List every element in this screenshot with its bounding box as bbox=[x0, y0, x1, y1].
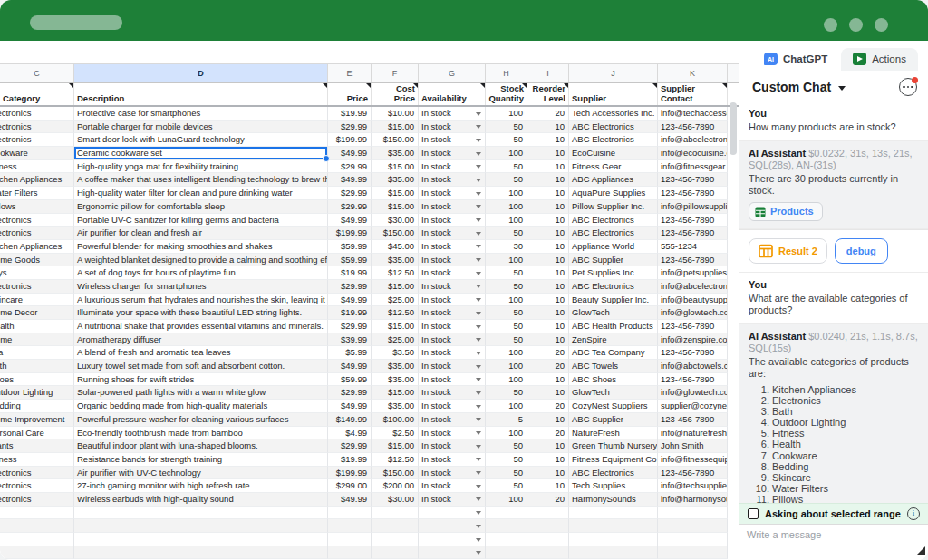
dropdown-arrow-icon[interactable] bbox=[476, 338, 481, 342]
titlebar-dot-icon[interactable] bbox=[875, 18, 888, 32]
cell-D18[interactable]: Aromatherapy diffuser bbox=[74, 333, 328, 347]
header-cell-cost-price[interactable]: Cost Price bbox=[372, 83, 419, 105]
cell-C31[interactable] bbox=[0, 507, 74, 520]
result-2-button[interactable]: Result 2 bbox=[749, 238, 827, 264]
cell-C4[interactable]: Cookware bbox=[0, 147, 74, 160]
cell-F31[interactable] bbox=[372, 507, 419, 520]
cell-C13[interactable]: Toys bbox=[0, 266, 74, 280]
cell-G33[interactable] bbox=[419, 533, 486, 546]
cell-G14[interactable]: In stock bbox=[419, 280, 486, 294]
cell-E22[interactable]: $29.99 bbox=[328, 386, 372, 400]
cell-I7[interactable]: 10 bbox=[527, 187, 569, 200]
cell-F4[interactable]: $35.00 bbox=[372, 147, 419, 160]
cell-F18[interactable]: $25.00 bbox=[372, 333, 419, 347]
cell-J26[interactable]: Green Thumb Nursery bbox=[569, 439, 658, 453]
cell-J27[interactable]: Fitness Equipment Co. bbox=[569, 453, 658, 467]
cell-H15[interactable]: 100 bbox=[486, 294, 527, 307]
cell-K7[interactable]: 123-456-7890 bbox=[658, 187, 728, 200]
cell-K14[interactable]: info@abcelectronics.com bbox=[658, 280, 728, 294]
cell-I33[interactable] bbox=[527, 533, 569, 546]
cell-J11[interactable]: Appliance World bbox=[569, 240, 658, 254]
cell-G34[interactable] bbox=[419, 546, 486, 560]
cell-J14[interactable]: ABC Electronics bbox=[569, 280, 658, 294]
cell-C18[interactable]: Home bbox=[0, 333, 74, 347]
cell-H24[interactable]: 5 bbox=[486, 413, 527, 427]
cell-C30[interactable]: Electronics bbox=[0, 493, 74, 507]
dropdown-arrow-icon[interactable] bbox=[476, 458, 481, 461]
cell-K3[interactable]: info@abcelectronics.com bbox=[658, 133, 728, 147]
cell-G7[interactable]: In stock bbox=[419, 187, 486, 200]
cell-F13[interactable]: $12.50 bbox=[372, 266, 419, 280]
cell-C5[interactable]: Fitness bbox=[0, 160, 74, 174]
cell-D19[interactable]: A blend of fresh and aromatic tea leaves bbox=[74, 346, 328, 360]
cell-G9[interactable]: In stock bbox=[419, 214, 486, 227]
cell-D7[interactable]: High-quality water filter for clean and … bbox=[74, 187, 328, 200]
cell-J3[interactable]: ABC Electronics bbox=[569, 133, 658, 147]
cell-J16[interactable]: GlowTech bbox=[569, 306, 658, 320]
cell-K1[interactable]: info@techaccessories.com bbox=[658, 107, 728, 121]
cell-H32[interactable] bbox=[486, 519, 527, 533]
cell-I12[interactable]: 10 bbox=[527, 254, 569, 267]
cell-D29[interactable]: 27-inch gaming monitor with high refresh… bbox=[74, 479, 328, 493]
cell-D5[interactable]: High-quality yoga mat for flexibility tr… bbox=[74, 160, 328, 174]
cell-D3[interactable]: Smart door lock with LunaGuard technolog… bbox=[74, 133, 328, 147]
cell-H16[interactable]: 50 bbox=[486, 306, 527, 320]
cell-C32[interactable] bbox=[0, 519, 74, 533]
cell-H27[interactable]: 50 bbox=[486, 453, 527, 467]
cell-C14[interactable]: Electronics bbox=[0, 280, 74, 294]
cell-J1[interactable]: Tech Accessories Inc. bbox=[569, 107, 658, 121]
cell-G10[interactable]: In stock bbox=[419, 227, 486, 240]
cell-K22[interactable]: info@glowtech.com bbox=[658, 386, 728, 400]
cell-J12[interactable]: ABC Supplier bbox=[569, 254, 658, 267]
cell-J18[interactable]: ZenSpire bbox=[569, 333, 658, 347]
cell-G16[interactable]: In stock bbox=[419, 306, 486, 320]
cell-E2[interactable]: $29.99 bbox=[328, 121, 372, 134]
dropdown-arrow-icon[interactable] bbox=[476, 165, 481, 169]
cell-G19[interactable]: In stock bbox=[419, 346, 486, 360]
cell-E24[interactable]: $149.99 bbox=[328, 413, 372, 427]
titlebar-dot-icon[interactable] bbox=[824, 18, 837, 32]
cell-J33[interactable] bbox=[569, 533, 658, 546]
cell-C7[interactable]: Water Filters bbox=[0, 187, 74, 200]
header-cell-reorder-level[interactable]: Reorder Level bbox=[527, 83, 569, 105]
products-chip[interactable]: Products bbox=[749, 202, 823, 221]
cell-H6[interactable]: 50 bbox=[486, 173, 527, 187]
cell-K9[interactable]: 123-456-7890 bbox=[658, 214, 728, 227]
cell-E12[interactable]: $59.99 bbox=[328, 254, 372, 267]
cell-E19[interactable]: $5.99 bbox=[328, 346, 372, 360]
cell-H9[interactable]: 100 bbox=[486, 214, 527, 227]
cell-D17[interactable]: A nutritional shake that provides essent… bbox=[74, 320, 328, 333]
cell-K15[interactable]: info@beautysupplier.com bbox=[658, 294, 728, 307]
cell-I11[interactable]: 10 bbox=[527, 240, 569, 254]
dropdown-arrow-icon[interactable] bbox=[476, 445, 481, 449]
cell-D23[interactable]: Organic bedding made from high-quality m… bbox=[74, 400, 328, 413]
dropdown-arrow-icon[interactable] bbox=[476, 325, 481, 329]
header-cell-price[interactable]: Price bbox=[328, 83, 372, 105]
cell-J19[interactable]: ABC Tea Company bbox=[569, 346, 658, 360]
cell-I24[interactable]: 10 bbox=[527, 413, 569, 427]
scrollbar-thumb[interactable] bbox=[730, 102, 737, 155]
resize-handle-icon[interactable] bbox=[917, 546, 925, 555]
cell-J8[interactable]: Pillow Supplier Inc. bbox=[569, 200, 658, 214]
cell-C2[interactable]: Electronics bbox=[0, 121, 74, 134]
cell-I32[interactable] bbox=[527, 519, 569, 533]
cell-H31[interactable] bbox=[486, 507, 527, 520]
cell-D33[interactable] bbox=[74, 533, 328, 546]
cell-J22[interactable]: GlowTech bbox=[569, 386, 658, 400]
cell-G31[interactable] bbox=[419, 507, 486, 520]
cell-F3[interactable]: $150.00 bbox=[372, 133, 419, 147]
cell-F15[interactable]: $25.00 bbox=[372, 294, 419, 307]
cell-I26[interactable]: 10 bbox=[527, 439, 569, 453]
dropdown-arrow-icon[interactable] bbox=[476, 245, 481, 248]
cell-H28[interactable]: 50 bbox=[486, 467, 527, 480]
header-cell-supplier-contact[interactable]: Supplier Contact bbox=[658, 83, 728, 105]
cell-D15[interactable]: A luxurious serum that hydrates and nour… bbox=[74, 294, 328, 307]
cell-F26[interactable]: $15.00 bbox=[372, 439, 419, 453]
cell-I17[interactable]: 10 bbox=[527, 320, 569, 333]
cell-D14[interactable]: Wireless charger for smartphones bbox=[74, 280, 328, 294]
cell-E29[interactable]: $299.00 bbox=[328, 479, 372, 493]
cell-C27[interactable]: Fitness bbox=[0, 453, 74, 467]
cell-C23[interactable]: Bedding bbox=[0, 400, 74, 413]
cell-J4[interactable]: EcoCuisine bbox=[569, 147, 658, 160]
cell-J2[interactable]: ABC Electronics bbox=[569, 121, 658, 134]
